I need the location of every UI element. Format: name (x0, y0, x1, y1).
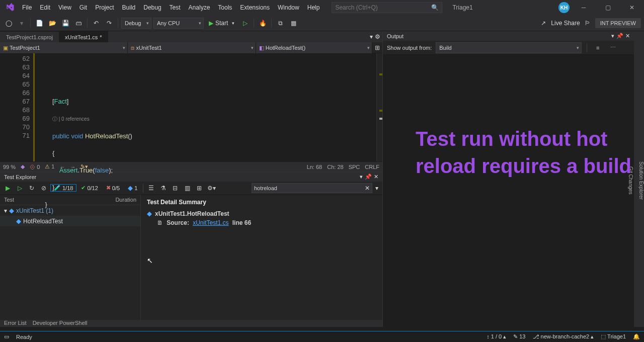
menubar: File Edit View Git Project Build Debug T… (18, 2, 324, 14)
editor-minimap[interactable] (376, 53, 382, 161)
run-all-tests-icon[interactable]: ▶ (2, 183, 13, 194)
maximize-button[interactable]: ▢ (598, 1, 618, 15)
side-rail: Solution Explorer Git Changes (634, 31, 644, 327)
tab-dev-powershell[interactable]: Developer PowerShell (33, 320, 88, 326)
undo-icon[interactable]: ↶ (91, 18, 102, 29)
start-no-debug-icon[interactable]: ▷ (239, 18, 251, 29)
nav-member-dropdown[interactable]: ◧ HotReloadTest() (256, 42, 372, 53)
start-label: Start (215, 20, 228, 27)
browser-link-icon[interactable]: ⧉ (275, 18, 286, 29)
tab-csproj[interactable]: TestProject1.csproj (0, 31, 59, 42)
editor-navbar: ▣ TestProject1 ⧈ xUnitTest1 ◧ HotReloadT… (0, 42, 382, 53)
clear-output-icon[interactable]: ≡ (592, 42, 603, 53)
status-ready: Ready (16, 334, 32, 340)
int-preview-badge: INT PREVIEW (595, 18, 641, 28)
play-icon: ▶ (209, 20, 213, 27)
nav-project-dropdown[interactable]: ▣ TestProject1 (0, 42, 128, 53)
titlebar: File Edit View Git Project Build Debug T… (0, 0, 644, 15)
status-notifications-icon[interactable]: 🔔 (633, 333, 640, 340)
code-area[interactable]: [Fact] ⓘ | 0 references public void HotR… (38, 53, 376, 161)
tab-settings-icon[interactable]: ⚙ (375, 33, 380, 40)
open-icon[interactable]: 📂 (47, 18, 58, 29)
solution-name: Triage1 (452, 4, 472, 11)
user-avatar[interactable]: KH (558, 2, 570, 13)
menu-project[interactable]: Project (91, 2, 118, 14)
code-editor[interactable]: 62636465666768697071 [Fact] ⓘ | 0 refere… (0, 53, 382, 161)
save-icon[interactable]: 💾 (60, 18, 71, 29)
rail-solution-explorer[interactable]: Solution Explorer (638, 161, 644, 200)
save-all-icon[interactable]: 🗃 (73, 18, 84, 29)
status-selection[interactable]: ↕ 1 / 0 ▴ (487, 333, 506, 340)
toggle-wrap-icon[interactable]: ⋯ (607, 42, 618, 53)
config-grid-icon[interactable]: ▦ (288, 18, 299, 29)
statusbar: ▭ Ready ↕ 1 / 0 ▴ ✎ 13 ⎇ new-branch-cach… (0, 331, 644, 342)
line-gutter: 62636465666768697071 (0, 53, 38, 161)
close-button[interactable]: ✕ (622, 1, 642, 15)
panel-dropdown-icon[interactable]: ▾ (611, 33, 614, 39)
health-icon[interactable]: ◆ (21, 163, 25, 170)
menu-extensions[interactable]: Extensions (236, 2, 274, 14)
config-dropdown[interactable]: Debug (121, 18, 151, 29)
repeat-tests-icon[interactable]: ↻ (26, 183, 37, 194)
menu-analyze[interactable]: Analyze (185, 2, 214, 14)
output-title: Output ▾📌✕ (383, 31, 634, 41)
split-editor-icon[interactable]: ⊞ (372, 42, 382, 53)
hot-reload-icon[interactable]: 🔥 (257, 18, 268, 29)
platform-dropdown[interactable]: Any CPU (153, 18, 204, 29)
menu-window[interactable]: Window (274, 2, 303, 14)
output-from-label: Show output from: (387, 45, 432, 51)
status-column[interactable]: ✎ 13 (513, 333, 525, 340)
bottom-tab-strip: Error List Developer PowerShell (0, 320, 382, 327)
vs-logo-icon (5, 3, 15, 13)
menu-edit[interactable]: Edit (36, 2, 54, 14)
output-panel: Output ▾📌✕ Show output from: Build ≡ ⋯ T… (382, 31, 634, 327)
redo-icon[interactable]: ↷ (104, 18, 115, 29)
status-repo[interactable]: ⬚ Triage1 (601, 333, 626, 340)
tab-error-list[interactable]: Error List (4, 320, 27, 326)
nav-class-dropdown[interactable]: ⧈ xUnitTest1 (128, 42, 256, 53)
search-box[interactable]: 🔍 (332, 2, 442, 13)
start-button[interactable]: ▶ Start ▾ (206, 18, 237, 29)
menu-tools[interactable]: Tools (214, 2, 236, 14)
liveshare-label[interactable]: Live Share (551, 20, 580, 27)
menu-test[interactable]: Test (166, 2, 185, 14)
zoom-level[interactable]: 99 % (3, 164, 16, 170)
main-toolbar: ◯ ▾ 📄 📂 💾 🗃 ↶ ↷ Debug Any CPU ▶ Start ▾ … (0, 15, 644, 31)
output-body[interactable]: Test run without hot reload requires a b… (383, 55, 634, 327)
panel-pin-icon[interactable]: 📌 (616, 33, 623, 39)
menu-help[interactable]: Help (303, 2, 324, 14)
menu-view[interactable]: View (54, 2, 75, 14)
menu-file[interactable]: File (18, 2, 36, 14)
menu-debug[interactable]: Debug (139, 2, 165, 14)
tab-overflow-icon[interactable]: ▾ (370, 33, 373, 40)
menu-build[interactable]: Build (118, 2, 140, 14)
menu-git[interactable]: Git (75, 2, 91, 14)
run-test-icon[interactable]: ▷ (14, 183, 25, 194)
panel-close-icon[interactable]: ✕ (625, 33, 630, 39)
output-toolbar: Show output from: Build ≡ ⋯ (383, 41, 634, 55)
new-item-icon[interactable]: 📄 (34, 18, 45, 29)
status-build-icon[interactable]: ▭ (4, 333, 9, 340)
nav-fwd-icon[interactable]: ▾ (16, 18, 27, 29)
minimize-button[interactable]: ─ (574, 1, 594, 15)
document-tabs: TestProject1.csproj xUnitTest1.cs ▾ ⚙ (0, 31, 382, 42)
liveshare-icon[interactable]: ↗ (538, 18, 549, 29)
status-branch[interactable]: ⎇ new-branch-cache2 ▴ (533, 333, 594, 340)
tab-xunittest1[interactable]: xUnitTest1.cs (59, 31, 108, 42)
feedback-icon[interactable]: 🏳 (582, 18, 593, 29)
search-icon: 🔍 (431, 4, 439, 11)
annotation-overlay: Test run without hot reload requires a b… (416, 125, 634, 180)
nav-back-icon[interactable]: ◯ (3, 18, 14, 29)
search-input[interactable] (335, 4, 431, 11)
output-source-dropdown[interactable]: Build (436, 42, 582, 53)
